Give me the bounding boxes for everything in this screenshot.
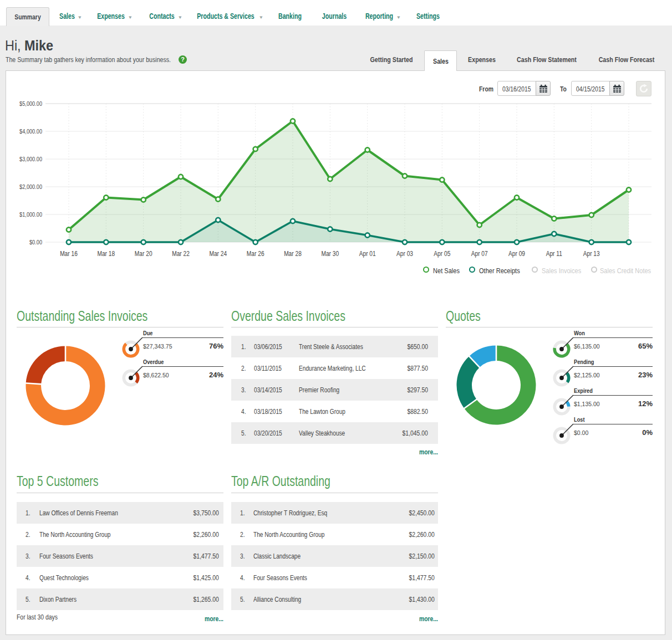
svg-text:$5,000.00: $5,000.00	[19, 100, 42, 107]
svg-text:Mar 26: Mar 26	[247, 250, 264, 257]
svg-text:Mar 16: Mar 16	[60, 250, 78, 257]
svg-text:Apr 13: Apr 13	[583, 250, 600, 257]
svg-text:Mar 18: Mar 18	[97, 250, 115, 257]
svg-text:$4,000.00: $4,000.00	[19, 128, 42, 135]
svg-text:$0.00: $0.00	[29, 239, 42, 245]
svg-text:Mar 28: Mar 28	[284, 250, 302, 257]
svg-text:$2,000.00: $2,000.00	[19, 183, 42, 190]
svg-text:Mar 20: Mar 20	[135, 250, 152, 257]
svg-text:Mar 24: Mar 24	[209, 250, 227, 257]
svg-text:Mar 30: Mar 30	[321, 250, 339, 257]
svg-text:$1,000.00: $1,000.00	[19, 211, 42, 218]
svg-text:Apr 09: Apr 09	[508, 250, 525, 257]
svg-text:Apr 01: Apr 01	[359, 250, 376, 257]
svg-text:Apr 07: Apr 07	[471, 250, 488, 257]
svg-text:Apr 03: Apr 03	[396, 250, 413, 257]
svg-text:Apr 05: Apr 05	[434, 250, 450, 257]
svg-text:Apr 11: Apr 11	[546, 250, 562, 257]
svg-text:Mar 22: Mar 22	[172, 250, 190, 257]
svg-text:$3,000.00: $3,000.00	[19, 156, 42, 162]
